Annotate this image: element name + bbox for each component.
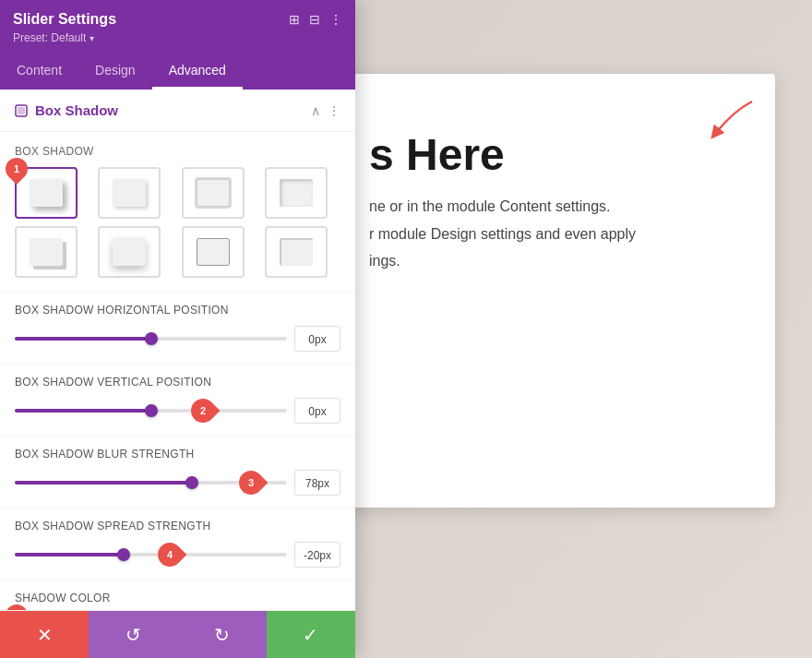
badge-2: 2 (185, 394, 220, 428)
slider-section-horizontal: Box Shadow Horizontal Position 0px (0, 293, 355, 363)
shadow-option-6[interactable] (98, 226, 161, 278)
slider-thumb-vertical[interactable] (145, 404, 158, 417)
undo-button[interactable]: ↺ (89, 611, 177, 658)
shadow-option-2[interactable] (98, 167, 161, 219)
section-title-text: Box Shadow (35, 102, 118, 118)
redo-button[interactable]: ↻ (178, 611, 267, 658)
slider-section-blur: Box Shadow Blur Strength 3 78px (0, 437, 355, 507)
shadow-option-5[interactable] (15, 226, 78, 278)
slider-label-horizontal: Box Shadow Horizontal Position (15, 304, 340, 317)
section-title: Box Shadow (15, 102, 118, 118)
panel-tabs: Content Design Advanced (0, 54, 355, 90)
color-label: Shadow Color (15, 592, 340, 604)
save-button[interactable]: ✓ (267, 611, 355, 658)
slider-value-vertical[interactable]: 0px (294, 398, 340, 424)
slider-row-horizontal: 0px (15, 326, 340, 352)
content-line-2: r module Design settings and even apply (369, 222, 738, 246)
content-heading: s Here (369, 129, 738, 180)
slider-thumb-spread[interactable] (117, 548, 130, 561)
slider-fill-vertical (15, 409, 151, 413)
slider-value-spread[interactable]: -20px (294, 542, 340, 568)
slider-label-spread: Box Shadow Spread Strength (15, 520, 340, 532)
settings-panel: Slider Settings ⊞ ⊟ ⋮ Preset: Default ▾ … (0, 0, 355, 658)
slider-track-spread[interactable] (15, 553, 287, 556)
slider-row-vertical: 2 0px (15, 398, 340, 424)
shadow-option-wrap-1: 1 (15, 167, 90, 219)
shadow-label: Box Shadow (15, 145, 340, 158)
shadow-preview-6 (113, 238, 146, 266)
shadow-option-3[interactable] (182, 167, 245, 219)
slider-value-horizontal[interactable]: 0px (294, 326, 340, 352)
panel-preset[interactable]: Preset: Default ▾ (13, 31, 342, 44)
slider-row-blur: 3 78px (15, 470, 340, 496)
content-line-3: ings. (369, 249, 738, 273)
red-arrow (687, 92, 761, 151)
slider-thumb-horizontal[interactable] (145, 332, 158, 345)
panel-body: Box Shadow ∧ ⋮ Box Shadow 1 (0, 90, 355, 610)
close-button[interactable]: ✕ (0, 611, 89, 658)
badge-3-wrap: 3 (239, 471, 263, 495)
shadow-preview-2 (113, 179, 146, 207)
slider-track-horizontal[interactable] (15, 337, 287, 341)
box-shadow-icon (15, 104, 28, 117)
slider-section-vertical: Box Shadow Vertical Position 2 0px (0, 365, 355, 435)
tab-design[interactable]: Design (78, 54, 152, 90)
shadow-options-section: Box Shadow 1 (0, 132, 355, 291)
slider-row-spread: 4 -20px (15, 542, 340, 568)
panel-icons: ⊞ ⊟ ⋮ (289, 12, 342, 27)
shadow-option-8[interactable] (265, 226, 328, 278)
badge-4-wrap: 4 (158, 543, 182, 567)
preset-arrow: ▾ (90, 33, 94, 43)
badge-2-wrap: 2 (191, 399, 215, 423)
preset-label: Preset: Default (13, 31, 86, 44)
fullscreen-icon[interactable]: ⊞ (289, 12, 300, 27)
slider-value-blur[interactable]: 78px (294, 470, 340, 496)
svg-rect-2 (18, 107, 25, 114)
slider-fill-blur (15, 481, 192, 485)
slider-fill-horizontal (15, 337, 151, 341)
shadow-preview-8 (280, 238, 313, 266)
shadow-preview-5 (30, 238, 63, 266)
shadow-option-7[interactable] (182, 226, 245, 278)
slider-section-spread: Box Shadow Spread Strength 4 -20px (0, 508, 355, 579)
shadow-preview-7 (197, 238, 230, 266)
columns-icon[interactable]: ⊟ (309, 12, 320, 27)
color-section: Shadow Color 5 (0, 580, 355, 610)
slider-label-vertical: Box Shadow Vertical Position (15, 376, 340, 389)
badge-3: 3 (234, 466, 269, 500)
collapse-icon[interactable]: ∧ (311, 103, 320, 118)
slider-fill-spread (15, 553, 124, 556)
more-icon[interactable]: ⋮ (329, 12, 342, 27)
shadow-preview-4 (280, 179, 313, 207)
shadow-preview-1 (30, 179, 63, 207)
slider-track-vertical[interactable] (15, 409, 287, 413)
slider-label-blur: Box Shadow Blur Strength (15, 448, 340, 461)
shadow-preview-3 (197, 179, 230, 207)
panel-header-top: Slider Settings ⊞ ⊟ ⋮ (13, 11, 342, 28)
content-line-1: ne or in the module Content settings. (369, 195, 738, 219)
section-actions: ∧ ⋮ (311, 103, 340, 118)
panel-title: Slider Settings (13, 11, 116, 28)
badge-4: 4 (153, 538, 187, 572)
action-bar: ✕ ↺ ↻ ✓ (0, 610, 355, 658)
tab-advanced[interactable]: Advanced (152, 54, 243, 90)
tab-content[interactable]: Content (0, 54, 78, 90)
panel-header: Slider Settings ⊞ ⊟ ⋮ Preset: Default ▾ (0, 0, 355, 54)
shadow-option-4[interactable] (265, 167, 328, 219)
section-header: Box Shadow ∧ ⋮ (0, 90, 355, 132)
section-more-icon[interactable]: ⋮ (328, 103, 340, 118)
slider-thumb-blur[interactable] (185, 476, 198, 489)
shadow-grid: 1 (15, 167, 340, 278)
